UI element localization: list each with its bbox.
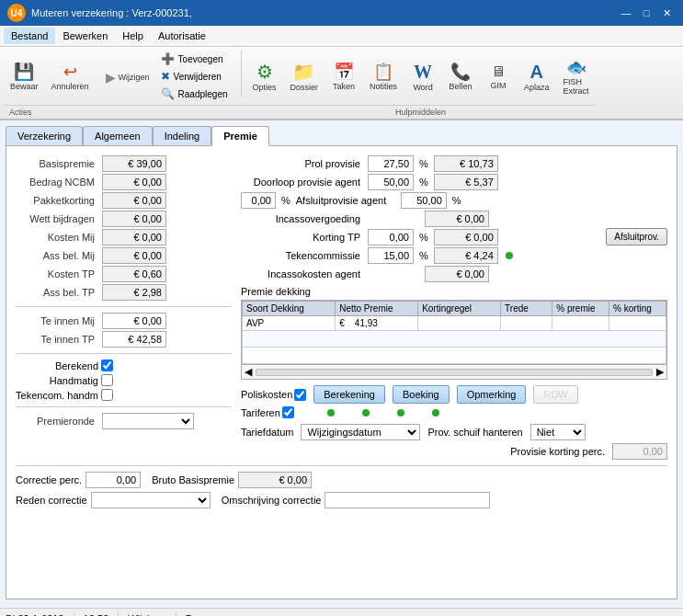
boeking-button[interactable]: Boeking (393, 385, 450, 404)
berekening-button[interactable]: Berekening (313, 385, 385, 404)
opties-button[interactable]: ⚙ Opties (246, 59, 283, 96)
reden-correctie-label: Reden correctie (16, 495, 87, 506)
col-pct-premie: % premie (552, 302, 609, 316)
prol-provisie-pct[interactable] (368, 155, 414, 172)
menu-autorisatie[interactable]: Autorisatie (151, 28, 213, 44)
te-innen-mij-label: Te innen Mij (16, 315, 98, 326)
left-column: Basispremie Bedrag NCBM Pakketkorting We… (16, 155, 232, 460)
tariferen-checkbox[interactable] (282, 406, 294, 418)
notities-button[interactable]: 📋 Notities (363, 60, 404, 95)
bewaar-button[interactable]: 💾 Bewaar (4, 51, 45, 104)
pakketkorting-input[interactable] (102, 192, 166, 209)
close-button[interactable]: ✕ (657, 5, 676, 21)
incassokosten-value (425, 266, 489, 282)
right-column: Prol provisie % Doorloop provisie agent … (241, 155, 667, 460)
premie-dekking-section: Premie dekking Soort Dekking Netto Premi… (241, 286, 667, 380)
premieronde-label: Premieronde (16, 416, 98, 427)
tab-premie[interactable]: Premie (211, 126, 269, 146)
bellen-button[interactable]: 📞 Bellen (442, 60, 479, 95)
kosten-mij-input[interactable] (102, 229, 166, 245)
afsluit-label: Afsluitprovisie agent (296, 195, 397, 206)
toevoegen-button[interactable]: ➕ Toevoegen (156, 51, 233, 67)
incasso-label: Incassovergoeding (241, 213, 360, 224)
premie-dekking-title: Premie dekking (241, 286, 667, 297)
tariefdatum-select[interactable]: Wijzigingsdatum (301, 424, 420, 440)
col-netto-premie: Netto Premie (336, 302, 418, 316)
minimize-button[interactable]: — (617, 5, 635, 21)
berekend-checkbox[interactable] (101, 359, 113, 371)
poliskosten-label: Poliskosten (241, 389, 292, 400)
tekencommissie-pct[interactable] (368, 247, 414, 264)
cell-kortingregel (418, 316, 501, 331)
raadplegen-button[interactable]: 🔍 Raadplegen (156, 86, 233, 102)
bedrag-ncbm-input[interactable] (102, 174, 166, 190)
fish-button[interactable]: 🐟 FISHExtract (557, 55, 596, 99)
berekend-label: Berekend (16, 360, 98, 371)
word-button[interactable]: W Muteren verzekering : Verz-000231, Wor… (404, 59, 441, 96)
doorloop-provisie-pct[interactable] (368, 174, 414, 190)
ass-bel-tp-input[interactable] (102, 284, 166, 301)
prov-korting-input[interactable] (612, 443, 667, 460)
menu-help[interactable]: Help (115, 28, 151, 44)
omschrijving-correctie-input[interactable] (324, 492, 490, 508)
wijzigen-button[interactable]: ▶ Wijzigen (99, 65, 156, 89)
pct-sign-6: % (419, 250, 428, 261)
pct-sign-2: % (419, 177, 428, 188)
correctie-perc-input[interactable] (85, 472, 141, 488)
scroll-left-icon[interactable]: ◀ (245, 366, 252, 378)
wett-bijdragen-input[interactable] (102, 211, 166, 227)
form-panel: Basispremie Bedrag NCBM Pakketkorting We… (6, 145, 677, 599)
prov-schuif-select[interactable]: Niet (530, 424, 586, 440)
handmatig-checkbox[interactable] (101, 374, 113, 386)
korting-tp-pct[interactable] (368, 229, 414, 245)
rdw-button[interactable]: RDW (533, 385, 577, 404)
poliskosten-checkbox[interactable] (294, 389, 306, 401)
menu-bestand[interactable]: Bestand (4, 28, 55, 44)
pct-sign-5: % (419, 232, 428, 243)
premieronde-select[interactable] (102, 413, 194, 429)
table-row: AVP € 41,93 (243, 316, 666, 331)
prol-provisie-value (434, 155, 498, 172)
gim-button[interactable]: 🖥 GIM (480, 61, 517, 94)
status-date: Di 22-1-2019 (6, 613, 64, 617)
tab-bar: Verzekering Algemeen Indeling Premie (6, 126, 677, 145)
tab-algemeen[interactable]: Algemeen (83, 126, 153, 145)
ass-bel-mij-input[interactable] (102, 247, 166, 264)
te-innen-mij-input[interactable] (102, 313, 166, 329)
doorloop-provisie-value (434, 174, 498, 190)
afsluitprov-button[interactable]: Afsluitprov. (606, 228, 667, 245)
table-empty-row-1 (243, 331, 666, 348)
tekencom-checkbox[interactable] (101, 389, 113, 401)
te-innen-tp-input[interactable] (102, 331, 166, 348)
menu-bar: Bestand Bewerken Help Autorisatie (0, 26, 683, 47)
dossier-button[interactable]: 📁 Dossier (284, 59, 325, 96)
maximize-button[interactable]: □ (637, 5, 655, 21)
incassokosten-label: Incassokosten agent (241, 268, 360, 279)
bruto-basispremie-label: Bruto Basispremie (152, 474, 234, 485)
menu-bewerken[interactable]: Bewerken (55, 28, 115, 44)
aplaza-button[interactable]: A Aplaza (518, 59, 556, 96)
verwijderen-button[interactable]: ✖ Verwijderen (156, 68, 233, 85)
tab-verzekering[interactable]: Verzekering (6, 126, 83, 145)
incasso-value (425, 211, 489, 227)
annuleren-button[interactable]: ↩ Annuleren (45, 51, 96, 104)
afsluit-provisie-pct[interactable] (401, 192, 447, 209)
bruto-basispremie-input (238, 472, 312, 488)
basispremie-input[interactable] (102, 155, 166, 172)
reden-correctie-select[interactable] (91, 492, 211, 508)
premie-dekking-table-container: Soort Dekking Netto Premie Kortingregel … (241, 300, 667, 365)
berekend-row: Berekend (16, 359, 232, 371)
wett-bijdragen-label: Wett bijdragen (16, 213, 98, 224)
afsluit-pct-input[interactable] (241, 192, 276, 209)
opmerking-button[interactable]: Opmerking (457, 385, 527, 404)
col-trede: Trede (501, 302, 552, 316)
tab-indeling[interactable]: Indeling (153, 126, 212, 145)
taken-button[interactable]: 📅 Taken (325, 60, 362, 95)
correctie-perc-label: Correctie perc. (16, 474, 82, 485)
acties-group-label: Acties (9, 108, 32, 117)
basispremie-label: Basispremie (16, 158, 98, 169)
scroll-right-icon[interactable]: ▶ (656, 366, 664, 378)
cell-pct-premie (552, 316, 609, 331)
kosten-tp-input[interactable] (102, 266, 166, 282)
pct-sign-1: % (419, 158, 428, 169)
